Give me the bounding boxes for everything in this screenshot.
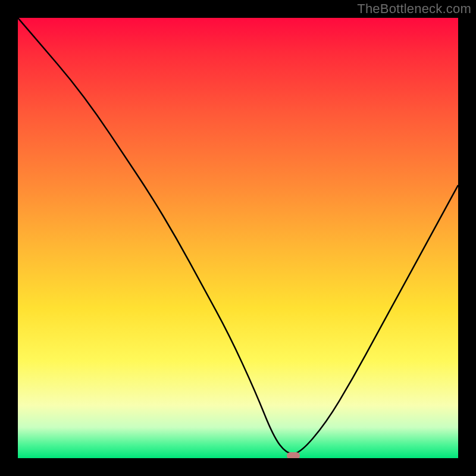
plot-area bbox=[18, 18, 458, 458]
watermark-text: TheBottleneck.com bbox=[357, 1, 471, 17]
bottleneck-curve bbox=[18, 18, 458, 454]
chart-frame: TheBottleneck.com bbox=[0, 0, 476, 476]
optimal-marker bbox=[287, 452, 300, 458]
curve-svg bbox=[18, 18, 458, 458]
